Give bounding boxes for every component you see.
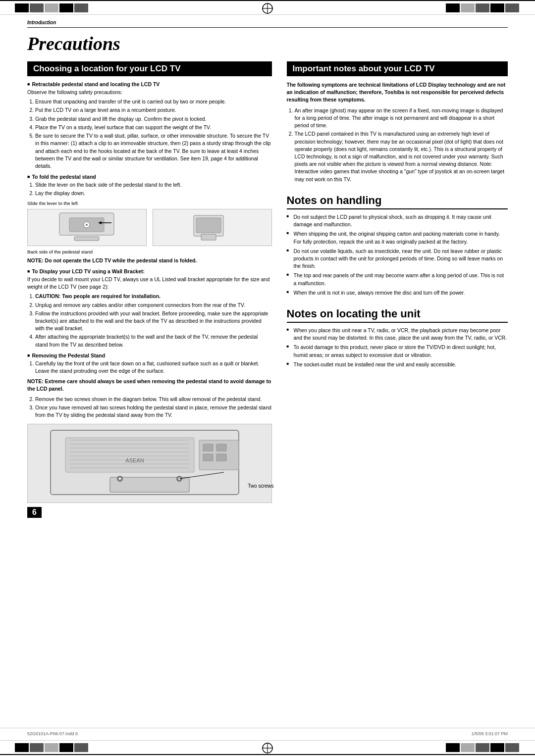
svg-rect-12: [201, 234, 216, 240]
svg-rect-15: [65, 438, 194, 472]
reg-block: [45, 3, 58, 12]
caution-bold: CAUTION: Two people are required for ins…: [35, 293, 160, 299]
bottom-tv-image: ASEAN Two screws: [27, 424, 272, 503]
reg-block: [15, 743, 29, 752]
main-body: Introduction Precautions Choosing a loca…: [0, 16, 535, 728]
important-notes-list: An after image (ghost) may appear on the…: [287, 107, 508, 183]
important-notes-title: Important notes about your LCD TV: [287, 61, 508, 76]
reg-block: [505, 743, 519, 752]
list-item: Put the LCD TV on a large level area in …: [35, 106, 272, 114]
left-section-title: Choosing a location for your LCD TV: [27, 61, 272, 76]
lever-diagram-row: [27, 209, 272, 246]
reg-block: [74, 3, 88, 12]
reg-block: [74, 743, 88, 752]
subsection-removing: Removing the Pedestal Stand: [27, 353, 272, 358]
subsection-wall-bracket: To Display your LCD TV using a Wall Brac…: [27, 268, 272, 274]
bottom-registration-bar: [0, 740, 535, 755]
notes-handling-title: Notes on handling: [287, 194, 508, 209]
reg-block: [59, 3, 73, 12]
svg-rect-32: [216, 444, 226, 451]
list-item: Do not use volatile liquids, such as ins…: [287, 248, 508, 270]
list-item: Remove the two screws shown in the diagr…: [35, 396, 272, 403]
list-item: The LCD panel contained in this TV is ma…: [295, 130, 508, 183]
reg-block: [59, 743, 73, 752]
footer-left: 52G0101A-P06-07.indd 6: [27, 731, 78, 736]
reg-block: [476, 743, 489, 752]
reg-block: [490, 3, 504, 12]
list-item: To avoid damage to this product, never p…: [287, 344, 508, 358]
reg-block: [45, 743, 58, 752]
section-label: Introduction: [27, 20, 56, 25]
notes-locating-section: Notes on locating the unit When you plac…: [287, 307, 508, 371]
list-item: The socket-outlet must be installed near…: [287, 361, 508, 368]
reg-block: [30, 743, 44, 752]
retractable-intro: Observe the following safety precautions…: [27, 89, 272, 96]
removing-list: Carefully lay the front of the unit face…: [27, 360, 272, 375]
lever-diagram-right: [153, 209, 272, 246]
list-item: Grab the pedestal stand and lift the dis…: [35, 115, 272, 123]
reg-block: [490, 743, 504, 752]
reg-blocks-bottom-right: [446, 743, 520, 752]
list-item: Place the TV on a sturdy, level surface …: [35, 124, 272, 131]
page-wrapper: Introduction Precautions Choosing a loca…: [0, 0, 535, 756]
subsection-retractable: Retractable pedestal stand and locating …: [27, 81, 272, 87]
list-item: Follow the instructions provided with yo…: [35, 310, 272, 333]
bottom-image-wrapper: ASEAN Two screws: [27, 424, 272, 503]
removing-note: NOTE: Extreme care should always be used…: [27, 378, 272, 393]
lever-caption: Slide the lever to the left: [27, 201, 272, 206]
reg-blocks-left: [15, 3, 89, 12]
stand-caption: Back side of the pedestal stand: [27, 249, 272, 254]
main-title: Precautions: [27, 33, 508, 54]
reg-block: [446, 3, 460, 12]
svg-rect-31: [203, 444, 213, 451]
center-target-bottom: [262, 743, 273, 755]
fold-note: NOTE: Do not operate the LCD TV while th…: [27, 257, 272, 264]
list-item: The top and rear panels of the unit may …: [287, 272, 508, 287]
fold-list: Slide the lever on the back side of the …: [27, 181, 272, 197]
reg-block: [446, 743, 460, 752]
reg-block: [476, 3, 489, 12]
list-item: Be sure to secure the TV to a wall stud,…: [35, 132, 272, 170]
page-number: 6: [27, 507, 42, 518]
wall-bracket-intro: If you decide to wall mount your LCD TV,…: [27, 276, 272, 291]
retractable-list: Ensure that unpacking and transfer of th…: [27, 98, 272, 170]
list-item: CAUTION: Two people are required for ins…: [35, 293, 272, 300]
two-screws-label: Two screws: [248, 483, 273, 489]
reg-block: [461, 3, 475, 12]
notes-locating-title: Notes on locating the unit: [287, 307, 508, 323]
notes-locating-list: When you place this unit near a TV, radi…: [287, 327, 508, 368]
reg-block: [15, 3, 29, 12]
page-number-area: 6: [27, 507, 272, 518]
svg-rect-7: [74, 237, 99, 241]
removing-list-2: Remove the two screws shown in the diagr…: [27, 396, 272, 419]
list-item: Carefully lay the front of the unit face…: [35, 360, 272, 375]
reg-block: [30, 3, 44, 12]
svg-rect-33: [203, 454, 213, 461]
list-item: Ensure that unpacking and transfer of th…: [35, 98, 272, 105]
list-item: Once you have removed all two screws hol…: [35, 404, 272, 419]
footer-bar: 52G0101A-P06-07.indd 6 1/5/09 3:01:07 PM: [0, 728, 535, 739]
list-item: When shipping the unit, the original shi…: [287, 230, 508, 245]
svg-point-6: [86, 224, 88, 226]
lever-diagram-left: [27, 209, 147, 246]
left-column: Choosing a location for your LCD TV Retr…: [27, 61, 272, 518]
list-item: Lay the display down.: [35, 190, 272, 197]
right-column: Important notes about your LCD TV The fo…: [287, 61, 508, 518]
header-divider: [27, 27, 508, 28]
list-item: Slide the lever on the back side of the …: [35, 181, 272, 189]
list-item: When the unit is not in use, always remo…: [287, 289, 508, 297]
center-target: [262, 3, 273, 15]
notes-handling-section: Notes on handling Do not subject the LCD…: [287, 194, 508, 300]
footer-right: 1/5/09 3:01:07 PM: [471, 731, 508, 736]
top-registration-bar: [0, 0, 535, 15]
svg-rect-34: [216, 454, 226, 461]
two-column-layout: Choosing a location for your LCD TV Retr…: [27, 61, 508, 518]
notes-handling-list: Do not subject the LCD panel to physical…: [287, 213, 508, 297]
list-item: When you place this unit near a TV, radi…: [287, 327, 508, 342]
svg-rect-11: [196, 218, 221, 233]
list-item: After attaching the appropriate bracket(…: [35, 333, 272, 348]
wall-bracket-list: CAUTION: Two people are required for ins…: [27, 293, 272, 349]
reg-block: [461, 743, 475, 752]
reg-blocks-bottom-left: [15, 743, 89, 752]
subsection-fold: To fold the pedestal stand: [27, 174, 272, 180]
